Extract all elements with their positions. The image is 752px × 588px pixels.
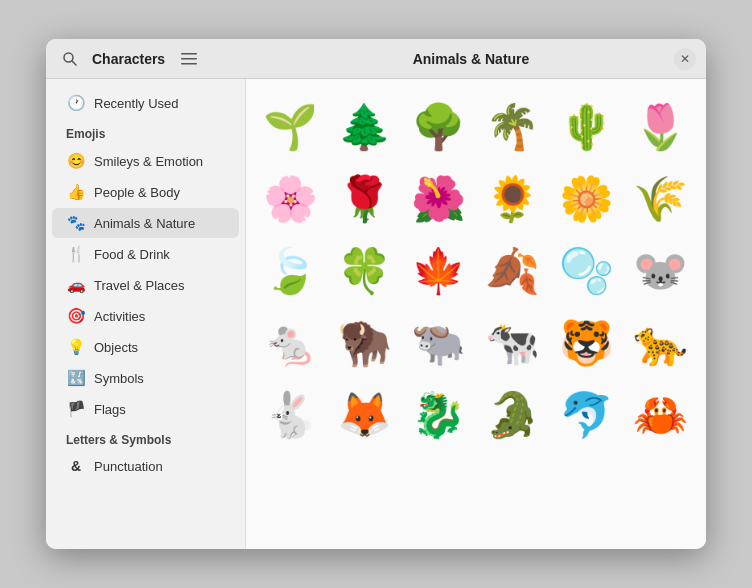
hamburger-icon[interactable] (177, 47, 201, 71)
sidebar-item-label: People & Body (94, 185, 180, 200)
sidebar-item-activities[interactable]: 🎯 Activities (52, 301, 239, 331)
symbols-icon: 🔣 (66, 369, 86, 387)
emoji-cell[interactable]: 🍂 (478, 237, 546, 305)
emoji-cell[interactable]: 🌱 (256, 93, 324, 161)
sidebar-title: Characters (92, 51, 165, 67)
emoji-cell[interactable]: 🍀 (330, 237, 398, 305)
sidebar-item-punctuation[interactable]: & Punctuation (52, 452, 239, 480)
emoji-cell[interactable]: 🌺 (404, 165, 472, 233)
sidebar-item-travel-places[interactable]: 🚗 Travel & Places (52, 270, 239, 300)
emoji-cell[interactable]: 🐭 (626, 237, 694, 305)
emoji-cell[interactable]: 🐬 (552, 381, 620, 449)
letters-symbols-section-label: Letters & Symbols (52, 425, 239, 451)
emoji-cell[interactable]: 🌵 (552, 93, 620, 161)
titlebar-left: Characters (56, 45, 276, 73)
sidebar-item-flags[interactable]: 🏴 Flags (52, 394, 239, 424)
svg-rect-3 (181, 58, 197, 60)
emoji-cell[interactable]: 🐉 (404, 381, 472, 449)
activities-icon: 🎯 (66, 307, 86, 325)
main-window: Characters Animals & Nature ✕ 🕐 Recently… (46, 39, 706, 549)
sidebar-item-label: Travel & Places (94, 278, 185, 293)
sidebar-item-recently-used[interactable]: 🕐 Recently Used (52, 88, 239, 118)
sidebar-item-label: Objects (94, 340, 138, 355)
emoji-cell[interactable]: 🌴 (478, 93, 546, 161)
smileys-icon: 😊 (66, 152, 86, 170)
sidebar-item-smileys-emotion[interactable]: 😊 Smileys & Emotion (52, 146, 239, 176)
sidebar-item-label: Smileys & Emotion (94, 154, 203, 169)
emoji-grid-area: 🌱🌲🌳🌴🌵🌷🌸🌹🌺🌻🌼🌾🍃🍀🍁🍂🫧🐭🐁🦬🐃🐄🐯🐆🐇🦊🐉🐊🐬🦀 (246, 79, 706, 549)
people-body-icon: 👍 (66, 183, 86, 201)
animals-icon: 🐾 (66, 214, 86, 232)
emoji-cell[interactable]: 🍁 (404, 237, 472, 305)
emoji-cell[interactable]: 🌳 (404, 93, 472, 161)
content-area: 🕐 Recently Used Emojis 😊 Smileys & Emoti… (46, 79, 706, 549)
sidebar-item-label: Flags (94, 402, 126, 417)
recently-used-icon: 🕐 (66, 94, 86, 112)
sidebar-item-label: Food & Drink (94, 247, 170, 262)
sidebar-item-label: Punctuation (94, 459, 163, 474)
travel-icon: 🚗 (66, 276, 86, 294)
svg-line-1 (72, 61, 76, 65)
sidebar-item-food-drink[interactable]: 🍴 Food & Drink (52, 239, 239, 269)
emoji-cell[interactable]: 🫧 (552, 237, 620, 305)
sidebar-item-people-body[interactable]: 👍 People & Body (52, 177, 239, 207)
emoji-cell[interactable]: 🍃 (256, 237, 324, 305)
sidebar-item-animals-nature[interactable]: 🐾 Animals & Nature (52, 208, 239, 238)
emoji-cell[interactable]: 🌼 (552, 165, 620, 233)
emoji-cell[interactable]: 🐃 (404, 309, 472, 377)
emoji-cell[interactable]: 🦀 (626, 381, 694, 449)
emoji-cell[interactable]: 🐆 (626, 309, 694, 377)
sidebar-item-label: Symbols (94, 371, 144, 386)
svg-rect-2 (181, 53, 197, 55)
emoji-cell[interactable]: 🐊 (478, 381, 546, 449)
emoji-cell[interactable]: 🌸 (256, 165, 324, 233)
sidebar-item-label: Animals & Nature (94, 216, 195, 231)
sidebar-item-symbols[interactable]: 🔣 Symbols (52, 363, 239, 393)
emoji-grid: 🌱🌲🌳🌴🌵🌷🌸🌹🌺🌻🌼🌾🍃🍀🍁🍂🫧🐭🐁🦬🐃🐄🐯🐆🐇🦊🐉🐊🐬🦀 (256, 93, 696, 449)
search-icon[interactable] (56, 45, 84, 73)
emoji-cell[interactable]: 🐯 (552, 309, 620, 377)
punctuation-icon: & (66, 458, 86, 474)
sidebar: 🕐 Recently Used Emojis 😊 Smileys & Emoti… (46, 79, 246, 549)
emoji-cell[interactable]: 🐁 (256, 309, 324, 377)
panel-title: Animals & Nature (276, 51, 666, 67)
sidebar-item-objects[interactable]: 💡 Objects (52, 332, 239, 362)
emoji-cell[interactable]: 🌻 (478, 165, 546, 233)
titlebar: Characters Animals & Nature ✕ (46, 39, 706, 79)
flags-icon: 🏴 (66, 400, 86, 418)
emoji-cell[interactable]: 🌲 (330, 93, 398, 161)
food-icon: 🍴 (66, 245, 86, 263)
emoji-cell[interactable]: 🌾 (626, 165, 694, 233)
emoji-cell[interactable]: 🐄 (478, 309, 546, 377)
sidebar-item-label: Recently Used (94, 96, 179, 111)
emojis-section-label: Emojis (52, 119, 239, 145)
emoji-cell[interactable]: 🐇 (256, 381, 324, 449)
close-button[interactable]: ✕ (674, 48, 696, 70)
sidebar-item-label: Activities (94, 309, 145, 324)
emoji-cell[interactable]: 🌹 (330, 165, 398, 233)
svg-rect-4 (181, 63, 197, 65)
emoji-cell[interactable]: 🦊 (330, 381, 398, 449)
objects-icon: 💡 (66, 338, 86, 356)
emoji-cell[interactable]: 🌷 (626, 93, 694, 161)
emoji-cell[interactable]: 🦬 (330, 309, 398, 377)
